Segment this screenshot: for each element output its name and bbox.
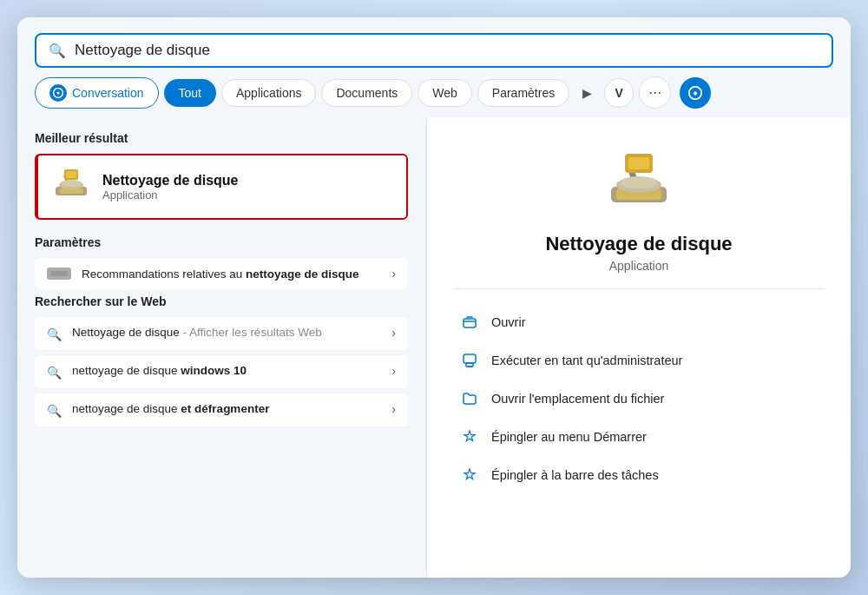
v-button[interactable]: V	[604, 78, 634, 108]
tab-tout-label: Tout	[179, 86, 201, 100]
right-panel: Nettoyage de disque Application Ouvrir	[426, 117, 851, 578]
action-epingler-barre[interactable]: Épingler à la barre des tâches	[453, 458, 825, 493]
action-list: Ouvrir Exécuter en tant qu'administrateu…	[453, 305, 825, 493]
svg-rect-8	[66, 171, 76, 178]
tab-documents-label: Documents	[336, 86, 398, 100]
web-item-2[interactable]: 🔍 nettoyage de disque et défragmenter ›	[35, 393, 408, 426]
setting-item-text-0: Recommandations relatives au nettoyage d…	[82, 268, 359, 281]
web-item-1[interactable]: 🔍 nettoyage de disque windows 10 ›	[35, 355, 408, 388]
svg-rect-17	[464, 319, 476, 327]
web-search-icon-2: 🔍	[47, 404, 62, 418]
web-item-0[interactable]: 🔍 Nettoyage de disque - Afficher les rés…	[35, 317, 408, 350]
tab-tout[interactable]: Tout	[164, 79, 216, 107]
left-panel: Meilleur résultat	[17, 117, 425, 578]
tab-parametres[interactable]: Paramètres	[477, 79, 569, 107]
search-icon: 🔍	[49, 43, 66, 59]
svg-point-6	[61, 180, 82, 187]
right-app-type: Application	[609, 259, 669, 273]
web-item-text-1: nettoyage de disque windows 10	[72, 364, 247, 377]
open-icon	[460, 313, 479, 332]
web-search-icon-1: 🔍	[47, 366, 62, 380]
settings-section: Paramètres Recommandations relatives au …	[35, 235, 408, 289]
right-app-name: Nettoyage de disque	[545, 233, 732, 255]
bing-icon-conversation	[49, 84, 67, 102]
web-item-left-2: 🔍 nettoyage de disque et défragmenter	[47, 402, 269, 418]
chevron-icon-web-0: ›	[391, 326, 396, 340]
tab-parametres-label: Paramètres	[492, 86, 555, 100]
tab-web-label: Web	[432, 86, 457, 100]
chevron-icon-web-1: ›	[391, 364, 396, 378]
best-result-title: Meilleur résultat	[35, 131, 408, 145]
web-item-left-1: 🔍 nettoyage de disque windows 10	[47, 364, 247, 380]
tab-conversation[interactable]: Conversation	[35, 77, 159, 109]
action-executer-label: Exécuter en tant qu'administrateur	[491, 354, 682, 367]
content-area: Meilleur résultat	[17, 117, 851, 578]
setting-item-left: Recommandations relatives au nettoyage d…	[47, 268, 359, 281]
tab-conversation-label: Conversation	[72, 86, 144, 100]
chevron-icon-0: ›	[391, 267, 396, 281]
search-input[interactable]	[75, 42, 819, 59]
action-epingler-barre-label: Épingler à la barre des tâches	[491, 468, 659, 482]
tab-applications[interactable]: Applications	[221, 79, 317, 107]
tab-applications-label: Applications	[236, 86, 302, 100]
web-search-icon-0: 🔍	[47, 327, 62, 341]
right-divider	[453, 288, 825, 289]
svg-rect-18	[464, 354, 476, 363]
best-result-text: Nettoyage de disque Application	[102, 173, 238, 202]
best-result-card[interactable]: Nettoyage de disque Application	[35, 154, 408, 220]
admin-icon	[460, 351, 479, 370]
best-result-app-name: Nettoyage de disque	[102, 173, 238, 188]
settings-icon-0	[47, 268, 71, 280]
settings-section-title: Paramètres	[35, 235, 408, 249]
web-item-text-0: Nettoyage de disque - Afficher les résul…	[72, 326, 322, 339]
setting-item-0[interactable]: Recommandations relatives au nettoyage d…	[35, 258, 408, 289]
svg-rect-16	[628, 157, 649, 169]
pin-start-icon	[460, 427, 479, 446]
action-ouvrir-label: Ouvrir	[491, 315, 525, 329]
web-item-text-2: nettoyage de disque et défragmenter	[72, 402, 269, 415]
right-app-icon	[604, 152, 674, 221]
action-ouvrir[interactable]: Ouvrir	[453, 305, 825, 340]
best-result-app-type: Application	[102, 188, 238, 202]
chevron-icon-web-2: ›	[391, 402, 396, 416]
action-epingler-demarrer-label: Épingler au menu Démarrer	[491, 430, 647, 444]
action-emplacement-label: Ouvrir l'emplacement du fichier	[491, 392, 664, 406]
web-section: Rechercher sur le Web 🔍 Nettoyage de dis…	[35, 294, 408, 426]
pin-taskbar-icon	[460, 466, 479, 485]
more-button[interactable]: ···	[639, 76, 671, 109]
bing-button[interactable]	[680, 77, 711, 109]
action-emplacement[interactable]: Ouvrir l'emplacement du fichier	[453, 381, 825, 416]
best-result-app-icon	[52, 168, 90, 206]
folder-icon	[460, 389, 479, 408]
tab-documents[interactable]: Documents	[321, 79, 412, 107]
action-executer[interactable]: Exécuter en tant qu'administrateur	[453, 343, 825, 378]
svg-rect-9	[50, 271, 68, 276]
play-button[interactable]: ▶	[575, 81, 599, 105]
search-bar-row: 🔍	[17, 17, 851, 76]
search-bar: 🔍	[35, 33, 833, 68]
search-panel: 🔍 Conversation Tout Applications Documen…	[17, 17, 851, 578]
web-section-title: Rechercher sur le Web	[35, 294, 408, 308]
tab-web[interactable]: Web	[418, 79, 472, 107]
action-epingler-demarrer[interactable]: Épingler au menu Démarrer	[453, 420, 825, 454]
svg-point-14	[620, 176, 658, 188]
web-item-left-0: 🔍 Nettoyage de disque - Afficher les rés…	[47, 326, 322, 341]
tabs-row: Conversation Tout Applications Documents…	[17, 76, 851, 117]
